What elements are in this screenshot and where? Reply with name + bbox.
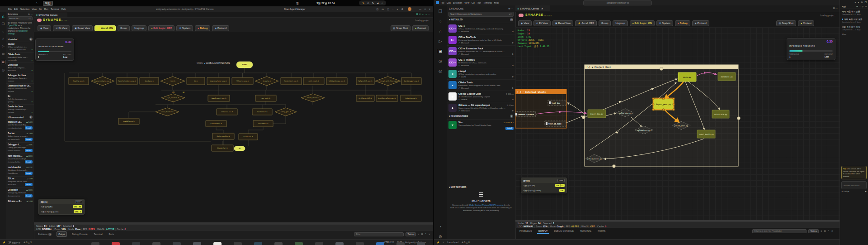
flow-node[interactable]: BalanceSVR.exe.b (356, 77, 374, 85)
toolbar-button[interactable]: ⇄Fit View (53, 25, 70, 31)
graph-node[interactable]: database.py (718, 72, 736, 81)
toolbar-button[interactable]: ▣Reset View (72, 25, 93, 31)
menu-item[interactable]: Go (472, 1, 475, 4)
flow-node[interactable]: ThreadHost.b (253, 120, 273, 127)
panel-tab[interactable]: Problems3 (37, 231, 53, 237)
branch-indicator[interactable]: main* ⟳ (9, 241, 20, 244)
panel-tab[interactable]: OUTPUT (537, 229, 549, 234)
flow-node[interactable]: HeapInspect.exe.b (208, 95, 230, 101)
account-icon[interactable]: ◔ (439, 225, 441, 229)
flow-node[interactable]: db.b (187, 77, 205, 85)
refresh-icon[interactable]: ⟳ (508, 7, 510, 10)
open-agent-manager-button[interactable]: Open Agent Manager (284, 8, 306, 10)
install-button[interactable]: Install (25, 194, 33, 197)
add-icon[interactable]: + (397, 8, 398, 10)
panel-tab[interactable]: Ports (108, 231, 116, 237)
ghost-node[interactable]: test_doc (548, 100, 566, 106)
search-icon[interactable]: ◌ (439, 19, 441, 24)
session-item[interactable]: 서버 저장 위치 질문 Completed in — 7 days (840, 9, 868, 17)
dock-app-icon[interactable] (315, 242, 323, 245)
tasks-dropdown[interactable]: Tasks ▾ (406, 232, 416, 236)
split-editor-icon[interactable]: ⊞ (833, 7, 835, 10)
right-canvas[interactable]: Nodes: 13 Edges: 14 Zoom: 0.82 Offset: 2… (515, 27, 840, 220)
toolbar-button[interactable]: ▣Reset View (552, 20, 573, 26)
flow-node[interactable]: retry_gate.b (275, 108, 297, 116)
dock-app-icon[interactable] (254, 242, 262, 245)
manage-gear-icon[interactable]: ⚙ (512, 53, 514, 55)
flow-node[interactable]: LoadBalance.b (118, 118, 139, 125)
panel-tab[interactable]: DEBUG CONSOLE (552, 229, 575, 234)
dock-app-icon[interactable] (173, 242, 181, 245)
toolbar-button[interactable]: ⚡Accel: OFF (575, 20, 597, 26)
menu-item[interactable]: Selection (20, 8, 30, 10)
flow-node[interactable]: ResolveSymbols.exe.b (117, 77, 137, 85)
run-debug-icon[interactable]: ▷ (439, 39, 442, 43)
extension-list-item[interactable]: Microsoft Ed…☁ 140K Use the Microsoft Ed… (6, 120, 34, 131)
more-icon[interactable]: ⋯ (511, 7, 513, 10)
toolbar-button[interactable]: ◉View (38, 25, 51, 31)
toolbar-button[interactable]: ⚡Accel: ON (94, 25, 116, 31)
flow-node[interactable]: Dispatcher.b (212, 145, 233, 151)
toolbar-button[interactable]: Ungroup (613, 20, 627, 26)
ghost-node[interactable]: TEST_DB_NODE (545, 121, 566, 126)
source-control-icon[interactable]: ⑃ (2, 37, 4, 40)
dock-app-icon[interactable] (396, 242, 405, 245)
menu-item[interactable]: Terminal (51, 8, 59, 10)
resize-handle[interactable] (652, 109, 654, 110)
flow-node[interactable]: ArchSecureSVR.b (356, 95, 374, 101)
flow-node[interactable]: io_gate.b (255, 77, 278, 86)
filter-icon[interactable]: ▽ (510, 13, 512, 15)
dock-app-icon[interactable] (112, 242, 120, 245)
panel-tab[interactable]: Output (57, 231, 67, 237)
toolbar-button[interactable]: ⚙System (656, 20, 673, 26)
system-tray[interactable]: ✎☺✎◄○ (359, 0, 386, 5)
flow-node[interactable]: critical_with_list_pass (375, 77, 401, 86)
tray-icon[interactable]: ✎ (372, 1, 374, 5)
search-icon[interactable]: ◌ (859, 5, 861, 8)
layer-toggle[interactable]: ON0 (74, 210, 82, 213)
ghost-node[interactable]: command synapse (515, 111, 536, 117)
toolbar-button[interactable]: ◉View (518, 20, 532, 26)
mcp-section-header[interactable]: ▾ MCP SERVERS (447, 185, 515, 190)
clock[interactable]: 3월 22일 20:54 (316, 1, 335, 5)
extension-list-item[interactable]: d clangd C/C++ completion, navigation, a… (447, 68, 515, 79)
manage-gear-icon[interactable]: ⚙ (512, 110, 514, 112)
menu-item[interactable]: Edit (14, 8, 18, 10)
panel-close-icon[interactable]: ✕ (831, 230, 833, 232)
menu-item[interactable]: Help (61, 8, 66, 10)
dock-app-icon[interactable] (274, 242, 283, 245)
filter-icon[interactable]: ▽ (862, 5, 864, 8)
command-center[interactable]: ◌ antigravity-extension-vis (583, 0, 652, 5)
extension-list-item[interactable]: ◉ GitHub Copilot Chat⟳ 126ms AI chat fea… (447, 91, 515, 102)
more-icon[interactable]: ⋯ (30, 13, 33, 15)
activities-icon[interactable]: ∴ (36, 1, 38, 5)
forward-icon[interactable]: → (425, 13, 428, 15)
flow-node[interactable]: LogicAnalyzer.exe.b (207, 77, 230, 85)
action-button[interactable]: ●Context (412, 25, 429, 31)
settings-gear-icon[interactable]: ⚙ (439, 235, 442, 239)
gear-icon[interactable]: ⚙ (401, 8, 403, 10)
power-icon[interactable]: ⚡ (437, 241, 439, 244)
manage-gear-icon[interactable]: ⚙ (512, 76, 514, 78)
extensions-icon[interactable]: ⊞ (1, 60, 5, 64)
toolbar-button[interactable]: Group (599, 20, 611, 26)
extensions-search-input[interactable]: Search Ext...≡▽ (8, 16, 33, 20)
notification-bell-icon[interactable]: ◌ (429, 241, 430, 244)
explorer-icon[interactable]: ❐ (439, 9, 442, 14)
search-icon[interactable]: ◌ (392, 8, 394, 10)
extension-list-item[interactable]: ESLint☁ 3.5M Integrates ESLint Java… dba… (6, 176, 34, 187)
flow-node[interactable]: SessionPool.b (206, 120, 226, 127)
install-button[interactable]: Install (25, 126, 33, 130)
group-port[interactable] (613, 165, 616, 168)
send-icon[interactable]: ▶ (865, 190, 867, 192)
toolbar-button[interactable]: ⚙System (176, 25, 193, 31)
toolbar-button[interactable]: ⇄Fit View (533, 20, 551, 26)
flow-terminal-node[interactable]: OK (234, 146, 245, 151)
tray-icon[interactable]: ○ (381, 2, 383, 5)
menu-item[interactable]: Go (39, 8, 42, 10)
toolbar-button[interactable]: ◈Protocol (212, 25, 229, 31)
panel-tab[interactable]: TERMINAL (579, 229, 593, 234)
back-icon[interactable]: ← (422, 13, 425, 15)
extension-list-item[interactable]: clangd C/C++ completion, n… …vs-code-ext… (6, 42, 34, 52)
extension-list-item[interactable]: C/C++ C/C++ C/C++ IntelliSense, debuggin… (447, 23, 515, 34)
